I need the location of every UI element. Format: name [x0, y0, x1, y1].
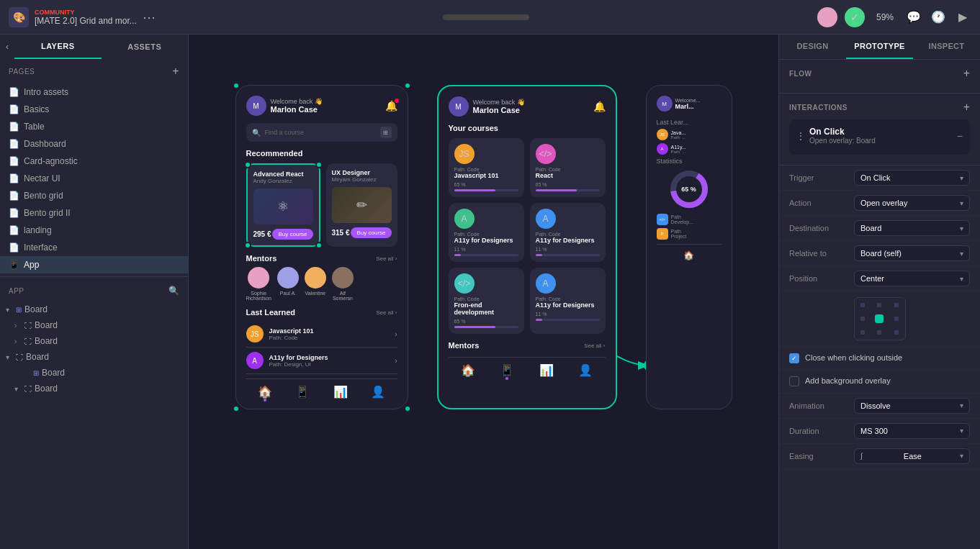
card-handle-bl[interactable]	[244, 242, 251, 249]
search-icon[interactable]: 🔍	[168, 286, 179, 296]
add-flow-button[interactable]: +	[963, 67, 970, 80]
page-item-card[interactable]: 📄 Card-agnostic	[0, 153, 188, 170]
grid-card-5[interactable]: </> Path: Code Fron-end development 65 %	[449, 268, 524, 334]
page-item-dashboard[interactable]: 📄 Dashboard	[0, 135, 188, 153]
page-item-intro[interactable]: 📄 Intro assets	[0, 83, 188, 101]
pos-cell-tl[interactable]	[855, 298, 871, 312]
tree-item-board-6[interactable]: ▾ ⛶ Board	[0, 381, 188, 396]
tab-inspect[interactable]: INSPECT	[913, 35, 980, 59]
grid-card-2[interactable]: </> Path: Code React 65 %	[530, 138, 606, 197]
flow-header: FLOW +	[789, 67, 970, 80]
add-page-button[interactable]: +	[172, 65, 179, 78]
pos-cell-mc[interactable]	[871, 312, 888, 325]
nav-home-icon[interactable]: 🏠	[258, 385, 272, 399]
pos-cell-ml[interactable]	[855, 312, 871, 325]
phone-1[interactable]: M Welcome back 👋 Marlon Case 🔔 🔍 Find a …	[235, 85, 408, 409]
action-select[interactable]: Open overlay ▾	[854, 195, 970, 211]
grid-card-4[interactable]: A Path: Code A11y for Designers 11 %	[530, 203, 606, 262]
pos-cell-mr[interactable]	[888, 312, 904, 325]
page-label-basics: Basics	[24, 104, 49, 114]
tree-item-board-5[interactable]: ⊞ Board	[0, 365, 188, 381]
phone1-user: M Welcome back 👋 Marlon Case	[246, 96, 323, 116]
page-item-basics[interactable]: 📄 Basics	[0, 101, 188, 118]
panel-collapse-button[interactable]: ‹	[0, 42, 14, 52]
page-item-table[interactable]: 📄 Table	[0, 118, 188, 135]
nav2-chart-icon[interactable]: 📊	[539, 363, 554, 377]
tree-item-board-1[interactable]: ▾ ⊞ Board	[0, 301, 188, 317]
zoom-level[interactable]: 59%	[872, 11, 898, 24]
buy-button-1[interactable]: Buy course	[272, 229, 313, 240]
pos-dot-mc	[875, 314, 884, 323]
close-outside-checkbox[interactable]: ✓	[789, 353, 799, 363]
tree-item-board-3[interactable]: › ⛶ Board	[0, 333, 188, 349]
buy-button-2[interactable]: Buy course	[351, 227, 391, 238]
pos-cell-bc[interactable]	[871, 326, 888, 340]
position-select[interactable]: Center ▾	[854, 271, 970, 286]
see-all-mentors-2[interactable]: See all ›	[584, 342, 605, 349]
expand-arrow-6[interactable]: ▾	[14, 385, 22, 393]
trigger-select[interactable]: On Click ▾	[854, 170, 970, 186]
expand-arrow-2[interactable]: ›	[14, 322, 22, 330]
drag-handle-icon[interactable]: ⋮	[796, 131, 805, 141]
easing-select[interactable]: ∫ Ease ▾	[854, 448, 970, 464]
card-handle-br[interactable]	[315, 242, 323, 249]
page-icon-landing: 📄	[9, 225, 19, 235]
duration-select[interactable]: MS 300 ▾	[854, 423, 970, 439]
page-item-nectar[interactable]: 📄 Nectar UI	[0, 170, 188, 187]
course-card-1[interactable]: Advanced React Andy Gonzalez ⚛ 295 € Buy…	[246, 163, 320, 247]
play-icon[interactable]: ▶	[954, 9, 971, 26]
more-options-button[interactable]: ⋯	[143, 9, 156, 25]
pos-cell-tc[interactable]	[871, 298, 888, 312]
tab-prototype[interactable]: PROTOTYPE	[846, 35, 913, 59]
page-item-bento[interactable]: 📄 Bento grid	[0, 187, 188, 204]
pos-cell-tr[interactable]	[888, 298, 904, 312]
resize-handle-tr[interactable]	[404, 82, 411, 89]
cgc-percent-2: 65 %	[536, 182, 600, 187]
card-handle-tr[interactable]	[315, 161, 323, 168]
see-all-mentors-1[interactable]: See all ›	[376, 255, 397, 262]
resize-handle-bl[interactable]	[233, 405, 240, 412]
nav-tablet-icon[interactable]: 📱	[295, 385, 310, 399]
page-item-landing[interactable]: 📄 landing	[0, 222, 188, 239]
divider	[0, 276, 188, 277]
frame-icon-3: ⛶	[24, 337, 32, 345]
bg-overlay-checkbox[interactable]	[789, 376, 799, 386]
tab-assets[interactable]: ASSETS	[102, 35, 189, 58]
card-handle-tl[interactable]	[244, 161, 251, 168]
resize-handle-br[interactable]	[404, 405, 411, 412]
expand-arrow-3[interactable]: ›	[14, 337, 22, 345]
position-label: Position	[789, 274, 854, 283]
expand-arrow-1[interactable]: ▾	[6, 306, 13, 314]
animation-select[interactable]: Dissolve ▾	[854, 398, 970, 414]
page-item-app[interactable]: 📱 App	[0, 256, 188, 273]
tree-item-board-4[interactable]: ▾ ⛶ Board	[0, 349, 188, 365]
expand-arrow-4[interactable]: ▾	[6, 353, 13, 361]
grid-card-3[interactable]: A Path: Code A11y for Designers 11 %	[449, 203, 524, 262]
nav2-home-icon[interactable]: 🏠	[461, 363, 475, 377]
nav2-user-icon[interactable]: 👤	[578, 363, 593, 377]
remove-interaction-button[interactable]: −	[957, 130, 963, 142]
page-item-interface[interactable]: 📄 Interface	[0, 239, 188, 256]
history-icon[interactable]: 🕐	[930, 9, 947, 26]
phone-2[interactable]: M Welcome back 👋 Marlon Case 🔔 Your cour…	[437, 85, 617, 409]
nav2-tablet-icon[interactable]: 📱	[500, 363, 514, 377]
tree-item-board-2[interactable]: › ⛶ Board	[0, 317, 188, 333]
see-all-learned[interactable]: See all ›	[376, 309, 397, 316]
grid-card-1[interactable]: JS Path: Code Javascript 101 65 %	[449, 138, 524, 197]
tab-layers[interactable]: LAYERS	[14, 35, 102, 59]
nav-chart-icon[interactable]: 📊	[333, 385, 348, 399]
chat-icon[interactable]: 💬	[905, 9, 922, 26]
nav-user-icon[interactable]: 👤	[371, 385, 385, 399]
resize-handle-tl[interactable]	[233, 82, 240, 89]
relative-to-select[interactable]: Board (self) ▾	[854, 245, 970, 261]
page-item-bento2[interactable]: 📄 Bento grid II	[0, 204, 188, 222]
destination-select[interactable]: Board ▾	[854, 220, 970, 236]
add-interaction-button[interactable]: +	[963, 101, 970, 114]
search-filter-button[interactable]: ⊞	[380, 127, 392, 138]
pos-cell-bl[interactable]	[855, 326, 871, 340]
grid-card-6[interactable]: A Path: Code A11y for Designers 11 %	[530, 268, 606, 334]
pos-cell-br[interactable]	[888, 326, 904, 340]
phone3-icon-1: JS	[657, 129, 668, 140]
tab-design[interactable]: DESIGN	[779, 35, 846, 59]
course-card-2[interactable]: UX Designer Miryam Gonzalez ✏ 315 € Buy …	[326, 163, 397, 247]
